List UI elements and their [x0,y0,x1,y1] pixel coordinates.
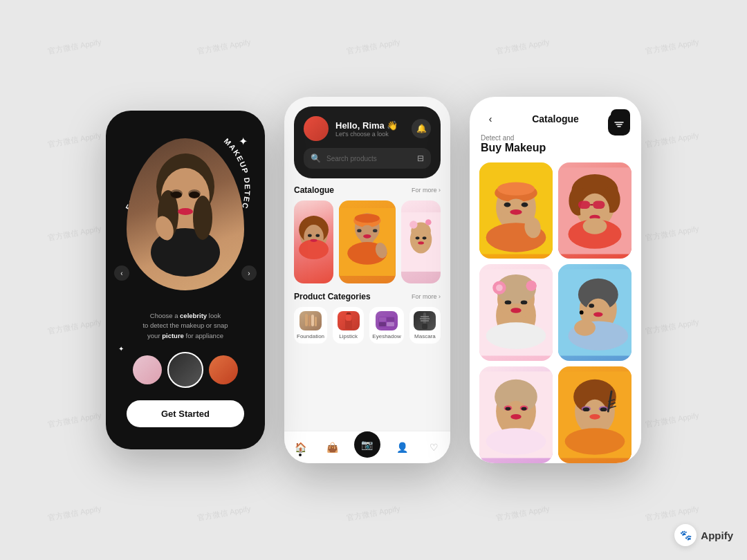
nav-favorites[interactable]: ♡ [424,437,445,458]
nav-camera[interactable]: 📷 [354,431,380,458]
svg-point-111 [510,414,521,420]
grid-card-6[interactable] [558,366,631,463]
svg-point-11 [188,189,201,198]
svg-point-99 [593,312,602,317]
svg-point-91 [510,308,521,314]
svg-rect-40 [308,315,311,326]
catalogue-card-2[interactable] [339,200,396,283]
svg-point-116 [565,428,625,455]
grid-card-1[interactable] [479,162,553,259]
category-foundation[interactable]: Foundation [294,307,327,344]
svg-rect-76 [578,200,590,209]
svg-point-24 [355,214,380,223]
catalogue-filter-button[interactable] [608,113,630,136]
catalogue-card-1[interactable] [294,200,333,283]
thumb-2[interactable] [167,352,203,388]
svg-point-90 [521,301,528,305]
category-mascara[interactable]: Mascara [409,307,441,344]
svg-rect-44 [346,315,351,321]
catalogue-screen-title: Catalogue [532,113,579,124]
grid-card-4[interactable] [558,264,631,361]
svg-point-109 [506,407,511,411]
svg-rect-49 [379,322,386,326]
catalogue-more[interactable]: For more › [412,187,441,194]
home-header-card: Hello, Rima 👋 Let's choose a look 🔔 🔍 Se… [294,106,441,178]
svg-point-106 [486,428,546,455]
svg-rect-39 [305,314,308,326]
product-categories-row: Foundation Lipstick [294,307,441,344]
bottom-navbar: 🏠 👜 📷 👤 ♡ [284,431,450,463]
appify-logo-icon: 🐾 [674,524,697,546]
svg-rect-50 [387,322,394,326]
sub-greeting: Let's choose a look [335,131,412,138]
phone-1-welcome: ENJOY EASY ✦ MAKEUP DETECTION [106,111,265,449]
user-avatar [304,116,329,141]
phone-3-catalogue: ‹ Catalogue Detect and Buy Makeup [470,97,641,463]
svg-point-36 [416,236,420,239]
svg-point-10 [170,189,183,198]
grid-card-2[interactable] [558,162,631,259]
catalogue-card-3[interactable] [401,200,441,283]
star-decoration: ✦ [239,135,248,148]
grid-card-5[interactable] [479,366,553,463]
svg-point-18 [308,234,312,237]
detect-label: Detect and [481,134,546,142]
back-button[interactable]: ‹ [481,109,500,129]
svg-rect-43 [345,319,352,329]
svg-point-29 [363,234,371,239]
svg-point-7 [193,196,212,240]
catalogue-image-grid [470,162,641,463]
svg-point-27 [357,229,362,232]
svg-point-81 [583,218,607,234]
get-started-button[interactable]: Get Started [127,400,244,427]
hello-label: Hello, Rima 👋 [335,120,412,131]
grid-card-3[interactable] [479,264,553,361]
thumb-3[interactable] [209,355,238,384]
appify-logo: 🐾 Appify [674,524,733,546]
nav-bag[interactable]: 👜 [322,437,343,458]
appify-logo-text: Appify [701,530,733,541]
svg-point-35 [425,219,432,225]
svg-point-34 [409,221,417,228]
search-bar[interactable]: 🔍 Search products ⊟ [304,148,431,169]
filter-icon[interactable]: ⊟ [417,153,424,163]
svg-point-110 [522,407,527,411]
svg-point-12 [178,208,193,215]
nav-home[interactable]: 🏠 [290,437,311,458]
product-categories-more[interactable]: For more › [412,293,441,300]
svg-rect-47 [379,317,386,321]
svg-point-125 [589,414,600,420]
svg-point-119 [583,407,590,411]
catalogue-title: Catalogue [294,185,334,195]
thumb-1[interactable] [133,355,162,384]
svg-point-67 [522,202,528,207]
thumbnail-carousel [133,352,238,388]
category-eyeshadow[interactable]: Eyeshadow [369,307,403,344]
svg-point-19 [315,234,320,237]
lipstick-icon [338,311,360,330]
svg-point-63 [497,182,535,195]
phone-2-home: Hello, Rima 👋 Let's choose a look 🔔 🔍 Se… [284,97,450,463]
home-body: Catalogue For more › [284,178,450,431]
prev-arrow[interactable]: ‹ [114,265,129,281]
svg-point-20 [311,239,317,242]
tagline-text: Choose a celebrity lookto detect the mak… [122,311,248,341]
buy-makeup-label: Buy Makeup [481,142,546,154]
svg-rect-77 [593,200,605,209]
mascara-label: Mascara [414,333,436,339]
catalogue-cards-row [294,200,441,283]
svg-rect-52 [422,324,427,329]
svg-rect-41 [311,315,314,326]
svg-point-66 [504,202,511,207]
nav-profile[interactable]: 👤 [391,437,412,458]
svg-point-28 [373,229,378,232]
search-icon: 🔍 [311,153,321,163]
product-categories-section-header: Product Categories For more › [294,292,441,301]
category-lipstick[interactable]: Lipstick [333,307,364,344]
notification-bell[interactable]: 🔔 [412,119,431,138]
catalogue-subtitle: Detect and Buy Makeup [470,134,641,154]
svg-point-98 [589,304,594,308]
greeting-row: Hello, Rima 👋 Let's choose a look 🔔 [304,116,431,141]
next-arrow[interactable]: › [241,265,257,281]
svg-point-120 [600,407,607,411]
